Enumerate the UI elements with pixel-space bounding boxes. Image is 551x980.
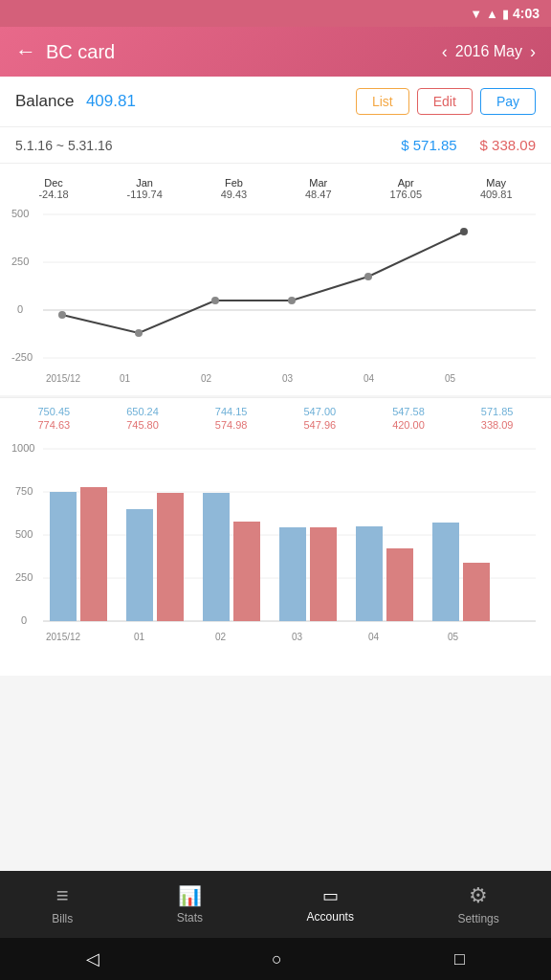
bar-stat-4: 547.58 420.00 — [392, 406, 425, 431]
bar-income-4: 547.58 — [392, 406, 425, 417]
line-path — [62, 232, 464, 333]
line-chart-svg: 500 250 0 -250 2015/12 01 02 03 04 05 — [10, 200, 541, 391]
balance-section: Balance 409.81 — [15, 92, 136, 111]
data-point-4 — [364, 273, 372, 280]
svg-text:0: 0 — [21, 614, 27, 626]
month-col-3: Mar 48.47 — [305, 177, 332, 200]
nav-settings[interactable]: ⚙ Settings — [438, 883, 518, 925]
status-icons: ▼ ▲ ▮ 4:03 — [470, 6, 540, 21]
svg-text:01: 01 — [120, 373, 131, 384]
month-name-3: Mar — [309, 177, 327, 189]
balance-label: Balance — [15, 92, 74, 110]
bar-stat-0: 750.45 774.63 — [38, 406, 71, 431]
edit-button[interactable]: Edit — [417, 88, 473, 115]
svg-text:-250: -250 — [11, 351, 33, 363]
bills-label: Bills — [52, 912, 73, 925]
bar-expense-4: 420.00 — [392, 419, 425, 431]
header-right: ‹ 2016 May › — [442, 42, 536, 62]
bar-section: 750.45 774.63 650.24 745.80 744.15 574.9… — [0, 397, 551, 676]
bar-chart-svg: 1000 750 500 250 0 — [10, 434, 541, 664]
data-point-3 — [288, 297, 296, 304]
bar-income-rect-0 — [50, 492, 77, 621]
prev-month-button[interactable]: ‹ — [442, 42, 448, 62]
stats-label: Stats — [177, 911, 203, 924]
bar-income-rect-5 — [432, 523, 459, 621]
nav-stats[interactable]: 📊 Stats — [158, 884, 222, 924]
system-nav-bar: ◁ ○ □ — [0, 938, 551, 980]
svg-text:04: 04 — [364, 373, 375, 384]
bar-chart: 1000 750 500 250 0 — [0, 434, 551, 676]
back-sys-button[interactable]: ◁ — [86, 948, 99, 969]
nav-bills[interactable]: ≡ Bills — [33, 883, 92, 925]
bar-income-5: 571.85 — [481, 406, 514, 417]
month-val-0: -24.18 — [38, 189, 68, 200]
bar-expense-0: 774.63 — [38, 419, 71, 431]
period-income: $ 571.85 — [401, 137, 456, 153]
date-range-values: $ 571.85 $ 338.09 — [401, 137, 536, 153]
month-name-0: Dec — [44, 177, 63, 189]
svg-text:2015/12: 2015/12 — [46, 373, 81, 384]
pay-button[interactable]: Pay — [480, 88, 536, 115]
month-val-5: 409.81 — [480, 189, 513, 200]
data-point-2 — [211, 297, 219, 304]
signal-icon: ▲ — [486, 7, 498, 21]
svg-text:2015/12: 2015/12 — [46, 632, 81, 642]
svg-text:05: 05 — [448, 632, 459, 642]
app-header: ← BC card ‹ 2016 May › — [0, 27, 551, 77]
bar-expense-3: 547.96 — [303, 419, 336, 431]
nav-accounts[interactable]: ▭ Accounts — [288, 885, 373, 924]
svg-text:750: 750 — [15, 485, 33, 497]
bar-income-3: 547.00 — [303, 406, 336, 417]
bar-income-rect-1 — [126, 509, 153, 621]
bar-stat-5: 571.85 338.09 — [481, 406, 514, 431]
bar-expense-2: 574.98 — [215, 419, 248, 431]
bottom-nav: ≡ Bills 📊 Stats ▭ Accounts ⚙ Settings — [0, 871, 551, 938]
month-val-1: -119.74 — [126, 189, 162, 200]
svg-text:1000: 1000 — [11, 442, 34, 454]
bar-expense-rect-5 — [463, 563, 490, 621]
home-sys-button[interactable]: ○ — [272, 949, 282, 969]
bar-expense-rect-4 — [386, 548, 413, 621]
status-bar: ▼ ▲ ▮ 4:03 — [0, 0, 551, 27]
status-time: 4:03 — [513, 6, 540, 21]
accounts-icon: ▭ — [322, 885, 339, 906]
month-val-3: 48.47 — [305, 189, 332, 200]
svg-text:05: 05 — [445, 373, 456, 384]
bar-stat-2: 744.15 574.98 — [215, 406, 248, 431]
current-month: 2016 May — [455, 43, 522, 60]
month-name-4: Apr — [398, 177, 414, 189]
month-col-2: Feb 49.43 — [221, 177, 248, 200]
svg-text:01: 01 — [134, 632, 145, 642]
bar-income-2: 744.15 — [215, 406, 248, 417]
line-chart-section: Dec -24.18 Jan -119.74 Feb 49.43 Mar 48.… — [0, 164, 551, 395]
bar-stats-row: 750.45 774.63 650.24 745.80 744.15 574.9… — [0, 397, 551, 434]
date-range-row: 5.1.16 ~ 5.31.16 $ 571.85 $ 338.09 — [0, 127, 551, 164]
month-col-4: Apr 176.05 — [389, 177, 422, 200]
month-col-0: Dec -24.18 — [38, 177, 68, 200]
list-button[interactable]: List — [356, 88, 409, 115]
month-name-1: Jan — [136, 177, 153, 189]
data-point-0 — [58, 311, 66, 319]
svg-text:03: 03 — [292, 632, 303, 642]
next-month-button[interactable]: › — [530, 42, 536, 62]
svg-text:02: 02 — [201, 373, 212, 384]
svg-text:250: 250 — [11, 256, 29, 267]
bar-income-rect-4 — [356, 526, 383, 621]
month-name-2: Feb — [225, 177, 243, 189]
content-area: Balance 409.81 List Edit Pay 5.1.16 ~ 5.… — [0, 77, 551, 871]
recents-sys-button[interactable]: □ — [454, 949, 465, 969]
settings-label: Settings — [457, 912, 498, 925]
svg-text:500: 500 — [15, 528, 33, 540]
svg-text:500: 500 — [11, 208, 29, 219]
month-labels: Dec -24.18 Jan -119.74 Feb 49.43 Mar 48.… — [0, 173, 551, 200]
wifi-icon: ▼ — [470, 7, 482, 21]
bar-income-0: 750.45 — [38, 406, 71, 417]
bar-income-rect-2 — [203, 493, 230, 621]
back-button[interactable]: ← — [15, 39, 36, 64]
svg-text:04: 04 — [368, 632, 380, 642]
data-point-1 — [135, 329, 143, 337]
settings-icon: ⚙ — [469, 883, 488, 908]
month-val-2: 49.43 — [221, 189, 248, 200]
stats-icon: 📊 — [178, 884, 202, 907]
month-name-5: May — [486, 177, 506, 189]
